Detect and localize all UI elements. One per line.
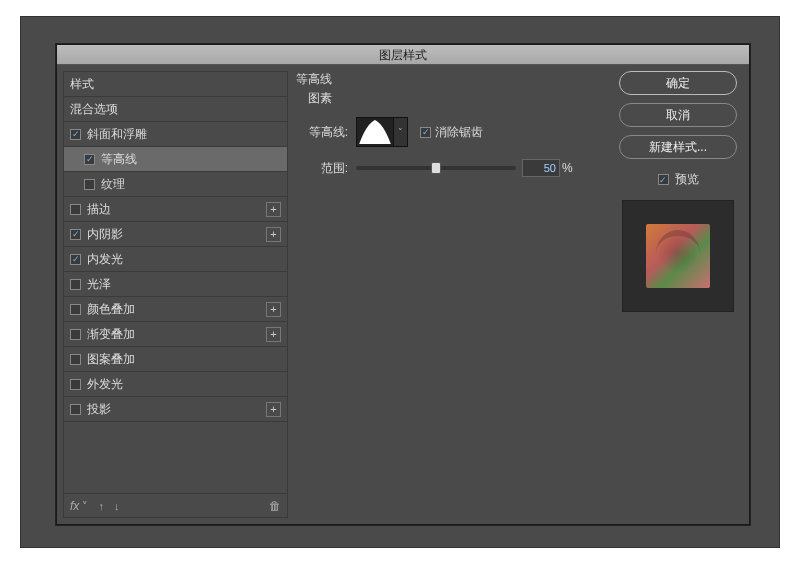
list-satin[interactable]: 光泽: [64, 272, 287, 297]
list-blend-options[interactable]: 混合选项: [64, 97, 287, 122]
list-styles[interactable]: 样式: [64, 72, 287, 97]
chevron-down-icon: ˅: [398, 127, 403, 137]
contour-row: 等高线: ˅ 消除锯齿: [296, 117, 603, 147]
checkbox-gradient-overlay[interactable]: [70, 329, 81, 340]
checkbox-outer-glow[interactable]: [70, 379, 81, 390]
add-drop-shadow-icon[interactable]: +: [266, 402, 281, 417]
list-color-overlay[interactable]: 颜色叠加 +: [64, 297, 287, 322]
list-label: 等高线: [101, 151, 137, 168]
list-gradient-overlay[interactable]: 渐变叠加 +: [64, 322, 287, 347]
preview-label: 预览: [675, 171, 699, 188]
list-label: 斜面和浮雕: [87, 126, 147, 143]
section-title: 等高线: [296, 71, 603, 88]
dialog-title: 图层样式: [57, 45, 749, 65]
contour-picker[interactable]: [356, 117, 394, 147]
checkbox-contour[interactable]: [84, 154, 95, 165]
checkbox-color-overlay[interactable]: [70, 304, 81, 315]
cancel-button[interactable]: 取消: [619, 103, 737, 127]
range-slider-thumb[interactable]: [431, 162, 441, 174]
fx-label: fx: [70, 499, 79, 513]
checkbox-texture[interactable]: [84, 179, 95, 190]
range-input[interactable]: 50: [522, 159, 560, 177]
add-gradient-overlay-icon[interactable]: +: [266, 327, 281, 342]
list-label: 外发光: [87, 376, 123, 393]
list-label: 内发光: [87, 251, 123, 268]
list-inner-shadow[interactable]: 内阴影 +: [64, 222, 287, 247]
list-spacer: [64, 422, 287, 493]
preview-row: 预览: [658, 171, 699, 188]
fx-menu[interactable]: fx ˅: [70, 499, 88, 513]
dialog-body: 样式 混合选项 斜面和浮雕 等高线 纹理 描边 +: [57, 65, 749, 524]
app-background: 图层样式 样式 混合选项 斜面和浮雕 等高线 纹理: [20, 16, 780, 548]
chevron-down-icon: ˅: [79, 500, 88, 512]
layer-style-dialog: 图层样式 样式 混合选项 斜面和浮雕 等高线 纹理: [56, 44, 750, 525]
list-inner-glow[interactable]: 内发光: [64, 247, 287, 272]
checkbox-drop-shadow[interactable]: [70, 404, 81, 415]
contour-label: 等高线:: [296, 124, 348, 141]
structure-label: 图素: [308, 90, 603, 107]
list-contour[interactable]: 等高线: [64, 147, 287, 172]
trash-icon[interactable]: 🗑: [269, 499, 281, 513]
list-label: 样式: [70, 76, 94, 93]
list-label: 颜色叠加: [87, 301, 135, 318]
list-pattern-overlay[interactable]: 图案叠加: [64, 347, 287, 372]
add-stroke-icon[interactable]: +: [266, 202, 281, 217]
ok-button[interactable]: 确定: [619, 71, 737, 95]
checkbox-bevel[interactable]: [70, 129, 81, 140]
checkbox-preview[interactable]: [658, 174, 669, 185]
checkbox-anti-alias[interactable]: [420, 127, 431, 138]
list-footer: fx ˅ ↑ ↓ 🗑: [64, 493, 287, 517]
list-label: 内阴影: [87, 226, 123, 243]
preview-thumbnail: [646, 224, 710, 288]
action-panel: 确定 取消 新建样式... 预览: [611, 65, 749, 524]
list-label: 光泽: [87, 276, 111, 293]
checkbox-stroke[interactable]: [70, 204, 81, 215]
list-label: 投影: [87, 401, 111, 418]
move-down-icon[interactable]: ↓: [114, 500, 120, 512]
list-outer-glow[interactable]: 外发光: [64, 372, 287, 397]
list-bevel-emboss[interactable]: 斜面和浮雕: [64, 122, 287, 147]
checkbox-inner-glow[interactable]: [70, 254, 81, 265]
preview-thumbnail-wrap: [622, 200, 734, 312]
effects-list: 样式 混合选项 斜面和浮雕 等高线 纹理 描边 +: [63, 71, 288, 518]
list-stroke[interactable]: 描边 +: [64, 197, 287, 222]
list-label: 混合选项: [70, 101, 118, 118]
checkbox-inner-shadow[interactable]: [70, 229, 81, 240]
list-label: 图案叠加: [87, 351, 135, 368]
add-color-overlay-icon[interactable]: +: [266, 302, 281, 317]
contour-dropdown[interactable]: ˅: [394, 117, 408, 147]
range-label: 范围:: [296, 160, 348, 177]
anti-alias-label: 消除锯齿: [435, 124, 483, 141]
checkbox-pattern-overlay[interactable]: [70, 354, 81, 365]
range-row: 范围: 50 %: [296, 159, 603, 177]
list-drop-shadow[interactable]: 投影 +: [64, 397, 287, 422]
list-texture[interactable]: 纹理: [64, 172, 287, 197]
list-label: 纹理: [101, 176, 125, 193]
settings-panel: 等高线 图素 等高线: ˅ 消除锯齿 范围:: [288, 65, 611, 524]
new-style-button[interactable]: 新建样式...: [619, 135, 737, 159]
list-label: 描边: [87, 201, 111, 218]
checkbox-satin[interactable]: [70, 279, 81, 290]
list-label: 渐变叠加: [87, 326, 135, 343]
move-up-icon[interactable]: ↑: [98, 500, 104, 512]
add-inner-shadow-icon[interactable]: +: [266, 227, 281, 242]
contour-curve-icon: [359, 120, 391, 144]
range-pct: %: [562, 161, 573, 175]
range-slider[interactable]: [356, 166, 516, 170]
